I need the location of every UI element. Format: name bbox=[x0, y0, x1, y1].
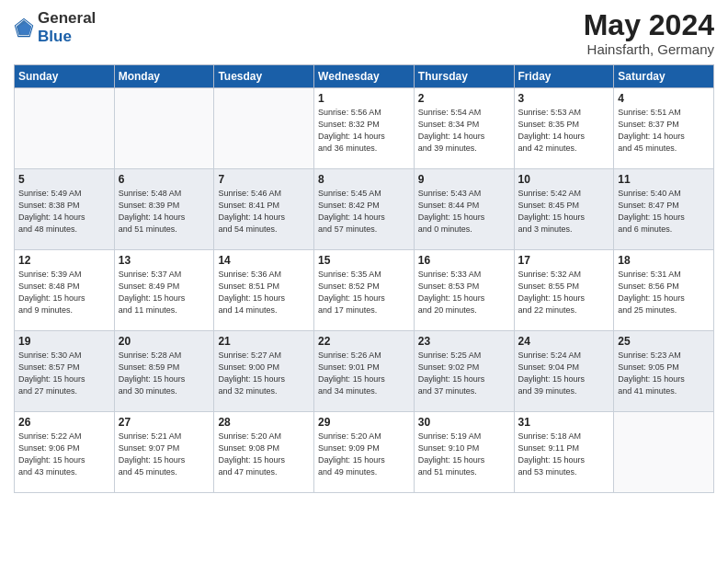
day-number: 17 bbox=[518, 254, 610, 267]
table-row: 20Sunrise: 5:28 AM Sunset: 8:59 PM Dayli… bbox=[114, 331, 214, 412]
day-number: 1 bbox=[318, 92, 410, 105]
table-row: 8Sunrise: 5:45 AM Sunset: 8:42 PM Daylig… bbox=[314, 169, 415, 250]
table-row: 18Sunrise: 5:31 AM Sunset: 8:56 PM Dayli… bbox=[614, 250, 714, 331]
day-info: Sunrise: 5:49 AM Sunset: 8:38 PM Dayligh… bbox=[18, 188, 110, 236]
day-info: Sunrise: 5:28 AM Sunset: 8:59 PM Dayligh… bbox=[119, 350, 210, 397]
table-row: 14Sunrise: 5:36 AM Sunset: 8:51 PM Dayli… bbox=[214, 250, 314, 331]
logo-blue: Blue bbox=[38, 28, 72, 45]
table-row bbox=[15, 88, 115, 169]
table-row: 17Sunrise: 5:32 AM Sunset: 8:55 PM Dayli… bbox=[514, 250, 614, 331]
day-info: Sunrise: 5:25 AM Sunset: 9:02 PM Dayligh… bbox=[418, 350, 510, 397]
day-number: 10 bbox=[518, 173, 610, 186]
logo-icon bbox=[14, 17, 34, 38]
calendar-week-row: 19Sunrise: 5:30 AM Sunset: 8:57 PM Dayli… bbox=[15, 331, 714, 412]
logo: General Blue bbox=[14, 9, 96, 46]
day-number: 16 bbox=[418, 254, 510, 267]
table-row: 30Sunrise: 5:19 AM Sunset: 9:10 PM Dayli… bbox=[414, 412, 514, 493]
calendar-location: Hainsfarth, Germany bbox=[584, 41, 714, 57]
day-info: Sunrise: 5:20 AM Sunset: 9:09 PM Dayligh… bbox=[318, 431, 410, 478]
col-wednesday: Wednesday bbox=[314, 65, 415, 88]
calendar-week-row: 12Sunrise: 5:39 AM Sunset: 8:48 PM Dayli… bbox=[15, 250, 714, 331]
col-sunday: Sunday bbox=[15, 65, 115, 88]
day-info: Sunrise: 5:51 AM Sunset: 8:37 PM Dayligh… bbox=[618, 107, 710, 155]
table-row: 27Sunrise: 5:21 AM Sunset: 9:07 PM Dayli… bbox=[114, 412, 214, 493]
day-number: 21 bbox=[218, 335, 310, 348]
day-number: 25 bbox=[618, 335, 710, 348]
table-row: 28Sunrise: 5:20 AM Sunset: 9:08 PM Dayli… bbox=[214, 412, 314, 493]
day-number: 14 bbox=[218, 254, 310, 267]
table-row: 23Sunrise: 5:25 AM Sunset: 9:02 PM Dayli… bbox=[414, 331, 514, 412]
table-row bbox=[214, 88, 314, 169]
calendar-table: Sunday Monday Tuesday Wednesday Thursday… bbox=[14, 64, 714, 493]
table-row bbox=[114, 88, 214, 169]
day-number: 23 bbox=[418, 335, 510, 348]
day-info: Sunrise: 5:35 AM Sunset: 8:52 PM Dayligh… bbox=[318, 269, 410, 316]
day-number: 7 bbox=[218, 173, 310, 186]
day-info: Sunrise: 5:42 AM Sunset: 8:45 PM Dayligh… bbox=[518, 188, 610, 236]
col-thursday: Thursday bbox=[414, 65, 514, 88]
day-number: 31 bbox=[518, 416, 610, 429]
col-friday: Friday bbox=[514, 65, 614, 88]
calendar-week-row: 26Sunrise: 5:22 AM Sunset: 9:06 PM Dayli… bbox=[15, 412, 714, 493]
table-row: 29Sunrise: 5:20 AM Sunset: 9:09 PM Dayli… bbox=[314, 412, 415, 493]
day-info: Sunrise: 5:32 AM Sunset: 8:55 PM Dayligh… bbox=[518, 269, 610, 316]
day-number: 29 bbox=[318, 416, 410, 429]
day-info: Sunrise: 5:24 AM Sunset: 9:04 PM Dayligh… bbox=[518, 350, 610, 397]
day-number: 30 bbox=[418, 416, 510, 429]
table-row: 5Sunrise: 5:49 AM Sunset: 8:38 PM Daylig… bbox=[15, 169, 115, 250]
table-row: 7Sunrise: 5:46 AM Sunset: 8:41 PM Daylig… bbox=[214, 169, 314, 250]
title-block: May 2024 Hainsfarth, Germany bbox=[584, 9, 714, 57]
table-row: 12Sunrise: 5:39 AM Sunset: 8:48 PM Dayli… bbox=[15, 250, 115, 331]
day-info: Sunrise: 5:21 AM Sunset: 9:07 PM Dayligh… bbox=[119, 431, 210, 478]
day-info: Sunrise: 5:40 AM Sunset: 8:47 PM Dayligh… bbox=[618, 188, 710, 236]
table-row: 25Sunrise: 5:23 AM Sunset: 9:05 PM Dayli… bbox=[614, 331, 714, 412]
page-header: General Blue May 2024 Hainsfarth, German… bbox=[14, 9, 714, 57]
day-number: 24 bbox=[518, 335, 610, 348]
day-info: Sunrise: 5:39 AM Sunset: 8:48 PM Dayligh… bbox=[18, 269, 110, 316]
day-number: 22 bbox=[318, 335, 410, 348]
day-info: Sunrise: 5:18 AM Sunset: 9:11 PM Dayligh… bbox=[518, 431, 610, 478]
day-number: 26 bbox=[18, 416, 110, 429]
table-row: 4Sunrise: 5:51 AM Sunset: 8:37 PM Daylig… bbox=[614, 88, 714, 169]
day-number: 28 bbox=[218, 416, 310, 429]
day-number: 13 bbox=[119, 254, 210, 267]
day-info: Sunrise: 5:23 AM Sunset: 9:05 PM Dayligh… bbox=[618, 350, 710, 397]
day-info: Sunrise: 5:54 AM Sunset: 8:34 PM Dayligh… bbox=[418, 107, 510, 155]
table-row: 15Sunrise: 5:35 AM Sunset: 8:52 PM Dayli… bbox=[314, 250, 415, 331]
table-row: 3Sunrise: 5:53 AM Sunset: 8:35 PM Daylig… bbox=[514, 88, 614, 169]
day-number: 2 bbox=[418, 92, 510, 105]
day-number: 20 bbox=[119, 335, 210, 348]
day-info: Sunrise: 5:30 AM Sunset: 8:57 PM Dayligh… bbox=[18, 350, 110, 397]
table-row: 24Sunrise: 5:24 AM Sunset: 9:04 PM Dayli… bbox=[514, 331, 614, 412]
day-info: Sunrise: 5:22 AM Sunset: 9:06 PM Dayligh… bbox=[18, 431, 110, 478]
day-number: 19 bbox=[18, 335, 110, 348]
col-saturday: Saturday bbox=[614, 65, 714, 88]
table-row: 1Sunrise: 5:56 AM Sunset: 8:32 PM Daylig… bbox=[314, 88, 415, 169]
day-number: 4 bbox=[618, 92, 710, 105]
calendar-week-row: 1Sunrise: 5:56 AM Sunset: 8:32 PM Daylig… bbox=[15, 88, 714, 169]
table-row: 16Sunrise: 5:33 AM Sunset: 8:53 PM Dayli… bbox=[414, 250, 514, 331]
day-number: 8 bbox=[318, 173, 410, 186]
day-number: 11 bbox=[618, 173, 710, 186]
day-info: Sunrise: 5:20 AM Sunset: 9:08 PM Dayligh… bbox=[218, 431, 310, 478]
day-number: 6 bbox=[119, 173, 210, 186]
table-row: 2Sunrise: 5:54 AM Sunset: 8:34 PM Daylig… bbox=[414, 88, 514, 169]
calendar-title: May 2024 bbox=[584, 9, 714, 41]
day-info: Sunrise: 5:48 AM Sunset: 8:39 PM Dayligh… bbox=[119, 188, 210, 236]
day-number: 9 bbox=[418, 173, 510, 186]
table-row: 26Sunrise: 5:22 AM Sunset: 9:06 PM Dayli… bbox=[15, 412, 115, 493]
table-row: 19Sunrise: 5:30 AM Sunset: 8:57 PM Dayli… bbox=[15, 331, 115, 412]
table-row bbox=[614, 412, 714, 493]
table-row: 13Sunrise: 5:37 AM Sunset: 8:49 PM Dayli… bbox=[114, 250, 214, 331]
table-row: 10Sunrise: 5:42 AM Sunset: 8:45 PM Dayli… bbox=[514, 169, 614, 250]
day-info: Sunrise: 5:27 AM Sunset: 9:00 PM Dayligh… bbox=[218, 350, 310, 397]
col-tuesday: Tuesday bbox=[214, 65, 314, 88]
table-row: 31Sunrise: 5:18 AM Sunset: 9:11 PM Dayli… bbox=[514, 412, 614, 493]
day-number: 18 bbox=[618, 254, 710, 267]
day-info: Sunrise: 5:45 AM Sunset: 8:42 PM Dayligh… bbox=[318, 188, 410, 236]
day-info: Sunrise: 5:46 AM Sunset: 8:41 PM Dayligh… bbox=[218, 188, 310, 236]
col-monday: Monday bbox=[114, 65, 214, 88]
table-row: 6Sunrise: 5:48 AM Sunset: 8:39 PM Daylig… bbox=[114, 169, 214, 250]
calendar-header-row: Sunday Monday Tuesday Wednesday Thursday… bbox=[15, 65, 714, 88]
day-info: Sunrise: 5:56 AM Sunset: 8:32 PM Dayligh… bbox=[318, 107, 410, 155]
